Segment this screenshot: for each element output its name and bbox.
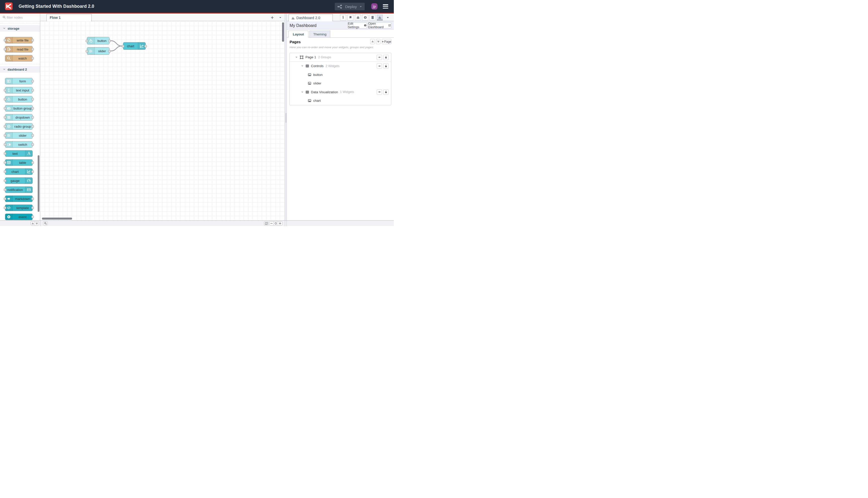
palette-category-dashboard-2[interactable]: dashboard 2 — [0, 66, 40, 73]
output-port[interactable] — [31, 170, 34, 173]
chevron-down-icon[interactable] — [301, 91, 304, 93]
deploy-caret-icon[interactable] — [359, 5, 362, 8]
sidebar-menu-caret-icon[interactable] — [386, 16, 389, 19]
palette-collapse-all-button[interactable] — [31, 221, 35, 225]
tab-dashboard-2[interactable]: Dashboard 2.0 — [289, 14, 333, 21]
resize-grip[interactable] — [285, 113, 286, 122]
tree-row-group-Controls[interactable]: Controls2 Widgets — [290, 62, 391, 70]
input-port[interactable] — [4, 152, 6, 155]
node-slider[interactable]: slider — [87, 47, 109, 55]
output-port[interactable] — [31, 197, 34, 200]
node-read-file[interactable]: read file — [5, 46, 33, 53]
output-port[interactable] — [31, 125, 34, 128]
chevron-down-icon[interactable] — [295, 56, 298, 58]
output-port[interactable] — [144, 45, 147, 48]
input-port[interactable] — [122, 45, 124, 48]
chevron-down-icon[interactable] — [301, 65, 304, 67]
output-port[interactable] — [31, 161, 34, 164]
node-table[interactable]: table — [5, 159, 33, 166]
flow-list-caret-icon[interactable] — [278, 15, 283, 20]
input-port[interactable] — [4, 116, 6, 119]
visibility-toggle-button[interactable] — [377, 90, 382, 95]
tree-row-widget-chart[interactable]: chart — [290, 96, 391, 105]
tree-row-page-1[interactable]: Page 12 Groups — [290, 53, 391, 62]
input-port[interactable] — [4, 170, 6, 173]
canvas-vertical-scrollbar[interactable] — [282, 22, 284, 42]
output-port[interactable] — [31, 89, 34, 91]
zoom-in-button[interactable] — [278, 221, 282, 225]
node-notification[interactable]: notification — [5, 186, 33, 193]
output-port[interactable] — [31, 207, 34, 209]
node-dropdown[interactable]: dropdown — [5, 114, 33, 121]
output-port[interactable] — [31, 39, 34, 41]
node-template[interactable]: template — [5, 205, 33, 211]
input-port[interactable] — [4, 39, 6, 41]
tab-layout[interactable]: Layout — [288, 31, 308, 38]
visibility-toggle-button[interactable] — [377, 63, 382, 69]
node-button[interactable]: button — [5, 96, 33, 103]
node-gauge[interactable]: gauge — [5, 178, 33, 184]
output-port[interactable] — [31, 215, 34, 218]
lock-toggle-button[interactable] — [383, 55, 389, 60]
node-text-input[interactable]: text input — [5, 87, 33, 93]
input-port[interactable] — [4, 161, 6, 164]
palette-category-storage[interactable]: storage — [0, 25, 40, 32]
workspace-grid[interactable]: buttonsliderchart — [40, 21, 285, 220]
node-chart[interactable]: chart — [123, 42, 146, 50]
output-port[interactable] — [31, 134, 34, 137]
output-port[interactable] — [108, 40, 111, 42]
edit-settings-button[interactable]: Edit Settings — [348, 22, 367, 28]
node-button-group[interactable]: button group — [5, 105, 33, 112]
input-port[interactable] — [4, 207, 6, 209]
zoom-reset-button[interactable] — [273, 221, 278, 225]
node-chart[interactable]: chart — [5, 168, 33, 175]
navigator-map-button[interactable] — [264, 221, 268, 225]
search-flows-button[interactable] — [43, 221, 48, 225]
node-event[interactable]: event — [5, 213, 33, 220]
node-markdown[interactable]: markdown — [5, 196, 33, 202]
input-port[interactable] — [4, 188, 6, 191]
tab-flow-1[interactable]: Flow 1 — [46, 14, 92, 21]
filter-nodes-input[interactable] — [7, 14, 38, 21]
node-write-file[interactable]: write file — [5, 37, 33, 43]
output-port[interactable] — [108, 50, 111, 53]
palette-expand-all-button[interactable] — [35, 221, 39, 225]
output-port[interactable] — [31, 116, 34, 119]
wire-button-to-chart[interactable] — [110, 41, 122, 46]
wire-slider-to-chart[interactable] — [110, 46, 122, 51]
input-port[interactable] — [4, 125, 6, 128]
input-port[interactable] — [4, 89, 6, 91]
output-port[interactable] — [31, 143, 34, 146]
input-port[interactable] — [4, 48, 6, 51]
lock-toggle-button[interactable] — [383, 90, 389, 95]
visibility-toggle-button[interactable] — [377, 55, 382, 60]
main-menu-button[interactable] — [383, 4, 388, 9]
node-radio-group[interactable]: radio group — [5, 123, 33, 130]
palette-scrollbar[interactable] — [38, 155, 39, 212]
move-page-down-button[interactable] — [376, 39, 380, 44]
tree-row-widget-slider[interactable]: slider — [290, 79, 391, 88]
sidebar-tool-bug-icon[interactable] — [355, 15, 361, 21]
input-port[interactable] — [4, 134, 6, 137]
node-red-logo-icon[interactable] — [5, 2, 13, 10]
output-port[interactable] — [31, 98, 34, 101]
lock-toggle-button[interactable] — [383, 63, 389, 69]
node-text[interactable]: Atext — [5, 150, 33, 157]
deploy-button[interactable]: Deploy — [335, 3, 365, 10]
input-port[interactable] — [86, 40, 88, 42]
output-port[interactable] — [31, 57, 34, 60]
zoom-out-button[interactable] — [269, 221, 274, 225]
node-watch[interactable]: watch — [5, 55, 33, 62]
input-port[interactable] — [4, 197, 6, 200]
sidebar-resize-handle[interactable] — [285, 14, 287, 220]
output-port[interactable] — [31, 107, 34, 109]
input-port[interactable] — [86, 50, 88, 53]
node-switch[interactable]: switch — [5, 141, 33, 148]
output-port[interactable] — [31, 48, 34, 51]
node-form[interactable]: form — [5, 78, 33, 84]
input-port[interactable] — [4, 143, 6, 146]
sidebar-tool-info-icon[interactable]: i — [340, 15, 346, 21]
sidebar-tool-gear-icon[interactable] — [362, 15, 368, 21]
input-port[interactable] — [4, 98, 6, 101]
input-port[interactable] — [4, 180, 6, 182]
